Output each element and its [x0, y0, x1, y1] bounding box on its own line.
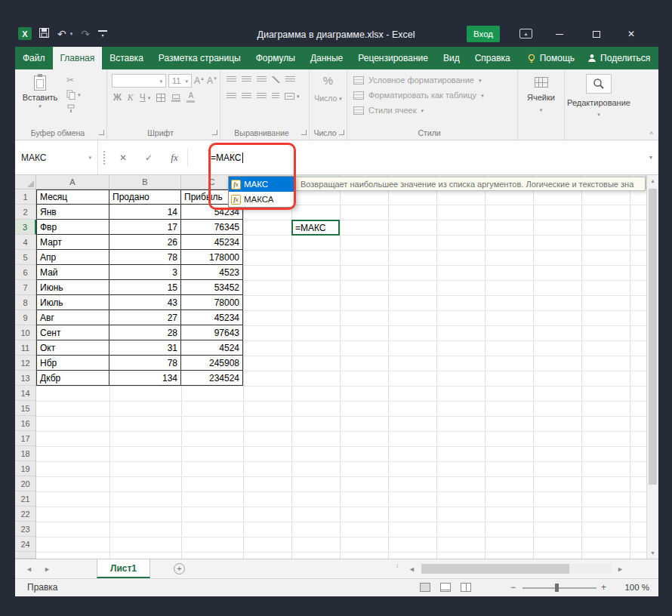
tab-view[interactable]: Вид: [436, 47, 467, 69]
row-header-21[interactable]: 21: [15, 491, 36, 507]
cells-button[interactable]: Ячейки ▾: [518, 77, 564, 112]
cell[interactable]: 178000: [181, 250, 243, 265]
name-box-caret-icon[interactable]: ▾: [88, 155, 91, 161]
new-sheet-button[interactable]: +: [174, 563, 185, 574]
tab-file[interactable]: Файл: [15, 47, 53, 69]
share-button[interactable]: Поделиться: [600, 53, 650, 63]
align-right-button[interactable]: [257, 93, 267, 100]
row-header-15[interactable]: 15: [15, 401, 36, 416]
row-header-5[interactable]: 5: [15, 250, 36, 265]
cell[interactable]: 4523: [181, 265, 243, 280]
row-header-partial[interactable]: [15, 552, 36, 559]
align-left-button[interactable]: [227, 93, 236, 100]
alignment-dialog-launcher-icon[interactable]: [301, 130, 307, 135]
cell[interactable]: 3: [109, 265, 181, 280]
zoom-level[interactable]: 100 %: [612, 583, 649, 592]
cell[interactable]: 43: [109, 295, 181, 310]
row-header-18[interactable]: 18: [15, 446, 36, 461]
row-header-9[interactable]: 9: [15, 310, 36, 325]
fill-color-button[interactable]: [171, 94, 180, 102]
cell[interactable]: 27: [109, 310, 181, 325]
cell[interactable]: 78: [109, 356, 181, 371]
cell[interactable]: 78: [109, 250, 181, 265]
font-dialog-launcher-icon[interactable]: [212, 130, 217, 135]
tab-data[interactable]: Данные: [303, 47, 350, 69]
format-as-table-button[interactable]: Форматировать как таблицу▾: [353, 91, 484, 100]
number-format-dropdown[interactable]: Число: [314, 94, 337, 103]
row-header-4[interactable]: 4: [15, 235, 36, 250]
hscroll-left-icon[interactable]: ◄: [408, 565, 415, 573]
clipboard-dialog-launcher-icon[interactable]: [99, 130, 104, 135]
cell[interactable]: Окт: [36, 340, 109, 356]
row-header-16[interactable]: 16: [15, 416, 36, 431]
row-header-10[interactable]: 10: [15, 325, 36, 340]
zoom-slider[interactable]: [522, 587, 596, 589]
font-size-combo[interactable]: 11▾: [168, 74, 192, 88]
percent-style-button[interactable]: %: [323, 74, 333, 87]
cell[interactable]: 234524: [181, 371, 243, 386]
cell[interactable]: 26: [109, 235, 181, 250]
minimize-button[interactable]: [547, 24, 572, 44]
zoom-slider-thumb[interactable]: [555, 584, 559, 592]
row-header-13[interactable]: 13: [15, 371, 36, 386]
cut-button[interactable]: ✂: [66, 75, 81, 85]
font-name-combo[interactable]: ▾: [112, 74, 166, 88]
select-all-corner[interactable]: [15, 175, 36, 189]
page-break-view-button[interactable]: [461, 583, 471, 592]
font-color-button[interactable]: А: [186, 92, 195, 103]
row-header-12[interactable]: 12: [15, 356, 36, 371]
cell[interactable]: Апр: [36, 250, 109, 265]
horizontal-scroll-thumb[interactable]: [421, 564, 569, 574]
merge-center-button[interactable]: [285, 93, 294, 100]
format-painter-button[interactable]: [66, 103, 81, 114]
page-layout-view-button[interactable]: [440, 583, 451, 592]
scroll-up-icon[interactable]: ▲: [647, 178, 658, 183]
column-header-B[interactable]: B: [109, 175, 181, 189]
ribbon-display-options-button[interactable]: ▲: [519, 29, 532, 38]
paste-button[interactable]: Вставить ▾: [20, 73, 60, 109]
row-header-24[interactable]: 24: [15, 537, 36, 552]
autocomplete-item[interactable]: fxМАКС: [229, 177, 294, 192]
name-box[interactable]: МАКС ▾: [15, 140, 98, 174]
row-header-23[interactable]: 23: [15, 522, 36, 537]
tab-home[interactable]: Главная: [53, 47, 103, 69]
number-dialog-launcher-icon[interactable]: [339, 130, 344, 135]
copy-button[interactable]: ▾: [66, 89, 81, 100]
tab-help[interactable]: Справка: [467, 47, 518, 69]
cell[interactable]: Сент: [36, 325, 109, 340]
align-bottom-button[interactable]: [257, 76, 267, 83]
wrap-text-button[interactable]: [285, 76, 295, 83]
row-header-3[interactable]: 3: [15, 220, 36, 235]
cell[interactable]: Дкбр: [36, 371, 109, 386]
cell[interactable]: 31: [109, 340, 181, 356]
cell[interactable]: 14: [109, 205, 181, 220]
zoom-in-button[interactable]: +: [601, 582, 606, 593]
tab-review[interactable]: Рецензирование: [350, 47, 436, 69]
cancel-entry-button[interactable]: ✕: [110, 152, 136, 163]
close-button[interactable]: ✕: [618, 24, 644, 44]
cell[interactable]: 134: [109, 371, 181, 386]
tell-me-help[interactable]: Помощь: [540, 53, 575, 63]
cell[interactable]: Март: [36, 235, 109, 250]
row-header-8[interactable]: 8: [15, 295, 36, 310]
cell[interactable]: 45234: [181, 235, 243, 250]
tab-insert[interactable]: Вставка: [102, 47, 151, 69]
cell[interactable]: Авг: [36, 310, 109, 325]
align-middle-button[interactable]: [242, 76, 251, 83]
row-header-22[interactable]: 22: [15, 507, 36, 522]
insert-function-button[interactable]: fx: [162, 152, 187, 164]
autocomplete-item[interactable]: fxМАКСА: [229, 192, 294, 207]
enter-entry-button[interactable]: ✓: [136, 152, 162, 163]
align-top-button[interactable]: [227, 76, 236, 83]
cell-styles-button[interactable]: Стили ячеек▾: [353, 106, 424, 115]
conditional-formatting-button[interactable]: Условное форматирование▾: [353, 75, 481, 85]
prev-sheet-icon[interactable]: ◄: [26, 565, 32, 573]
row-header-6[interactable]: 6: [15, 265, 36, 280]
normal-view-button[interactable]: [420, 583, 430, 592]
bold-button[interactable]: Ж: [113, 93, 122, 102]
cell[interactable]: 17: [109, 220, 181, 235]
tab-formulas[interactable]: Формулы: [248, 47, 303, 69]
row-header-20[interactable]: 20: [15, 476, 36, 491]
active-cell[interactable]: =МАКС: [291, 220, 340, 236]
cell[interactable]: Май: [36, 265, 109, 280]
